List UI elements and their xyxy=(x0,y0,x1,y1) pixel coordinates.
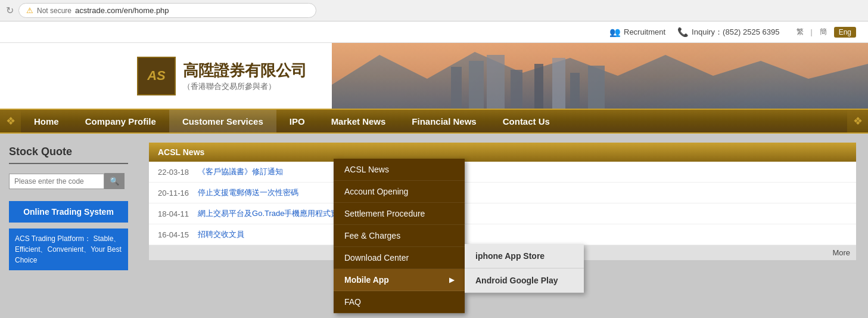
nav-ipo-label: IPO xyxy=(290,116,305,126)
url-display: acstrade.com/en/home.php xyxy=(75,6,169,15)
company-name-cn: 高陞證券有限公司 xyxy=(183,60,307,81)
dropdown-settlement-procedure-label: Settlement Procedure xyxy=(344,209,425,218)
dropdown-fee-charges[interactable]: Fee & Charges xyxy=(334,225,465,247)
logo-box: AS xyxy=(137,57,176,95)
lang-en-button[interactable]: Eng xyxy=(834,27,856,38)
not-secure-label: Not secure xyxy=(37,7,71,15)
nav-customer-services[interactable]: Customer Services xyxy=(169,110,276,132)
lang-sc-button[interactable]: 簡 xyxy=(815,26,832,38)
phone-icon: 📞 xyxy=(677,27,689,38)
warning-icon: ⚠ xyxy=(26,6,33,15)
svg-rect-7 xyxy=(552,58,565,109)
dropdown-settlement-procedure[interactable]: Settlement Procedure xyxy=(334,203,465,225)
nav-market-news-label: Market News xyxy=(331,116,386,126)
news-date-3: 18-04-11 xyxy=(158,209,189,218)
nav-deco-right: ❖ xyxy=(847,110,868,132)
sub-menu-android-label: Android Google Play xyxy=(475,276,558,285)
logo-area: AS 高陞證券有限公司 （香港聯合交易所參與者） xyxy=(137,57,307,95)
svg-rect-2 xyxy=(451,67,462,109)
dropdown-acsl-news[interactable]: ACSL News xyxy=(334,159,465,181)
recruitment-label: Recruitment xyxy=(624,27,665,36)
sub-menu-iphone-label: iphone App Store xyxy=(475,251,545,261)
news-date-2: 20-11-16 xyxy=(158,189,189,197)
news-link-4[interactable]: 招聘交收文員 xyxy=(198,229,244,240)
dropdown-account-opening[interactable]: Account Opening xyxy=(334,181,465,203)
news-date-1: 22-03-18 xyxy=(158,168,189,177)
nav-pattern-right: ❖ xyxy=(853,115,863,128)
news-date-4: 16-04-15 xyxy=(158,230,189,239)
nav-financial-news-label: Financial News xyxy=(412,116,476,126)
svg-rect-3 xyxy=(469,61,484,109)
svg-rect-6 xyxy=(534,64,543,109)
lang-tc-button[interactable]: 繁 xyxy=(792,26,808,38)
inquiry-item: 📞 Inquiry：(852) 2525 6395 xyxy=(677,27,779,38)
stock-quote-title: Stock Quote xyxy=(9,146,128,164)
sub-menu-iphone[interactable]: iphone App Store xyxy=(465,244,584,268)
nav-deco-left: ❖ xyxy=(0,110,21,132)
company-sub-cn: （香港聯合交易所參與者） xyxy=(183,81,307,92)
back-icon[interactable]: ↻ xyxy=(6,5,14,16)
recruitment-icon: 👥 xyxy=(609,27,621,38)
dropdown-fee-charges-label: Fee & Charges xyxy=(344,231,400,240)
dropdown-mobile-app[interactable]: Mobile App ▶ xyxy=(334,269,465,291)
nav-home-label: Home xyxy=(34,116,59,126)
nav-contact-us[interactable]: Contact Us xyxy=(490,110,563,132)
online-trading-button[interactable]: Online Trading System xyxy=(9,201,128,223)
left-panel: Stock Quote 🔍 Online Trading System ACS … xyxy=(0,134,137,318)
svg-rect-8 xyxy=(570,73,580,109)
stock-input-row: 🔍 xyxy=(9,173,128,189)
news-link-1[interactable]: 《客戶協議書》修訂通知 xyxy=(198,166,283,177)
dropdown-mobile-app-arrow: ▶ xyxy=(449,276,454,284)
nav-financial-news[interactable]: Financial News xyxy=(399,110,489,132)
news-link-2[interactable]: 停止支援電郵傳送一次性密碼 xyxy=(198,187,298,198)
nav-ipo[interactable]: IPO xyxy=(276,110,318,132)
nav-contact-us-label: Contact Us xyxy=(503,116,550,126)
svg-rect-9 xyxy=(588,66,605,109)
dropdown-download-center[interactable]: Download Center xyxy=(334,247,465,269)
nav-customer-services-label: Customer Services xyxy=(182,116,263,126)
dropdown-account-opening-label: Account Opening xyxy=(344,187,408,196)
dropdown-download-center-label: Download Center xyxy=(344,253,409,263)
nav-home[interactable]: Home xyxy=(21,110,72,132)
dropdown-faq[interactable]: FAQ xyxy=(334,291,465,313)
nav-company-profile[interactable]: Company Profile xyxy=(72,110,169,132)
stock-input[interactable] xyxy=(9,174,104,189)
svg-rect-5 xyxy=(511,70,522,109)
svg-rect-4 xyxy=(487,55,505,109)
sub-menu-android[interactable]: Android Google Play xyxy=(465,268,584,293)
dropdown-main-panel: ACSL News Account Opening Settlement Pro… xyxy=(334,159,465,313)
nav-pattern-left: ❖ xyxy=(6,115,15,128)
nav-company-profile-label: Company Profile xyxy=(85,116,156,126)
recruitment-item[interactable]: 👥 Recruitment xyxy=(609,27,665,38)
site-header: AS 高陞證券有限公司 （香港聯合交易所參與者） xyxy=(0,43,868,109)
acs-platform-text: ACS Trading Platform： Stable、Efficient、C… xyxy=(9,229,128,270)
header-bg-image xyxy=(332,43,868,109)
inquiry-label: Inquiry：(852) 2525 6395 xyxy=(692,27,779,38)
nav-market-news[interactable]: Market News xyxy=(318,110,399,132)
logo-letters: AS xyxy=(147,68,166,84)
stock-search-button[interactable]: 🔍 xyxy=(104,173,125,189)
lang-sep: | xyxy=(811,28,813,36)
dropdown-mobile-app-label: Mobile App xyxy=(344,275,389,285)
logo-text: 高陞證券有限公司 （香港聯合交易所參與者） xyxy=(183,60,307,92)
nav-bar: ❖ Home Company Profile Customer Services… xyxy=(0,109,868,134)
top-bar: 👥 Recruitment 📞 Inquiry：(852) 2525 6395 … xyxy=(0,21,868,43)
sub-menu-panel: iphone App Store Android Google Play xyxy=(465,244,584,293)
dropdown-faq-label: FAQ xyxy=(344,297,361,307)
dropdown-acsl-news-label: ACSL News xyxy=(344,165,389,174)
